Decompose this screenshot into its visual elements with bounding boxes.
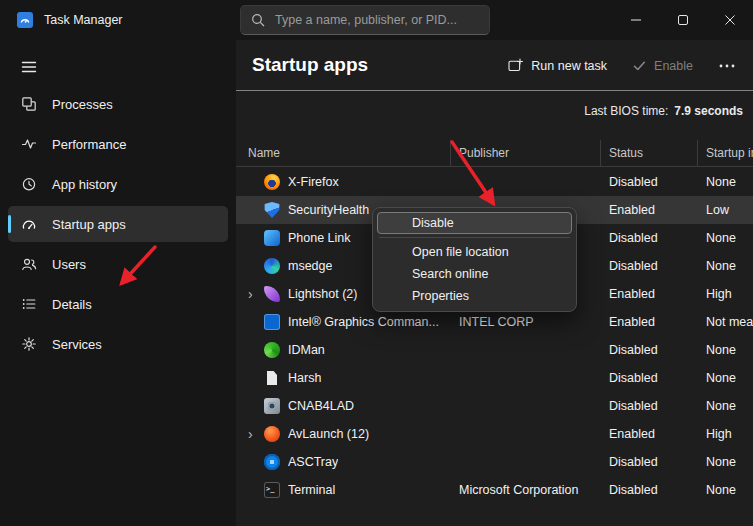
sidebar-item-label: App history [52, 177, 117, 192]
app-name: msedge [288, 259, 332, 273]
status-cell: Enabled [601, 427, 698, 441]
search-input[interactable] [273, 12, 479, 28]
column-header-status[interactable]: Status [601, 140, 698, 166]
impact-cell: Low [698, 203, 753, 217]
publisher-cell: INTEL CORP [451, 315, 601, 329]
edge-icon [264, 258, 280, 274]
status-cell: Disabled [601, 455, 698, 469]
phone-link-icon [264, 230, 280, 246]
app-name: X-Firefox [288, 175, 339, 189]
avlaunch-icon [264, 426, 280, 442]
sidebar-item-users[interactable]: Users [8, 246, 228, 282]
status-cell: Disabled [601, 483, 698, 497]
name-cell: IDMan [236, 342, 451, 358]
sidebar-item-details[interactable]: Details [8, 286, 228, 322]
name-cell: Harsh [236, 370, 451, 386]
menu-item-properties[interactable]: Properties [377, 285, 572, 307]
name-cell: ASCTray [236, 454, 451, 470]
bios-value: 7.9 seconds [674, 104, 743, 118]
minimize-button[interactable] [612, 0, 659, 40]
sidebar-item-label: Users [52, 257, 86, 272]
menu-item-disable[interactable]: Disable [377, 212, 572, 234]
startup-apps-icon [20, 215, 38, 233]
menu-separator [379, 237, 570, 238]
menu-item-open-file-location[interactable]: Open file location [377, 241, 572, 263]
table-row[interactable]: CNAB4LAD Disabled None [236, 392, 753, 420]
document-icon [264, 370, 280, 386]
close-button[interactable] [706, 0, 753, 40]
bios-label: Last BIOS time: [584, 104, 668, 118]
sidebar-item-label: Services [52, 337, 102, 352]
enable-button[interactable]: Enable [623, 53, 703, 79]
toolbar-divider [236, 90, 753, 91]
maximize-button[interactable] [659, 0, 706, 40]
name-cell: Intel® Graphics Comman... [236, 314, 451, 330]
table-row[interactable]: ASCTray Disabled None [236, 448, 753, 476]
publisher-cell: Microsoft Corporation [451, 483, 601, 497]
window-title: Task Manager [44, 13, 123, 27]
search-box[interactable] [240, 5, 490, 35]
check-icon [633, 60, 646, 72]
status-cell: Disabled [601, 343, 698, 357]
sidebar-nav: Processes Performance App history [0, 86, 236, 366]
column-header-startup-impact[interactable]: Startup impact [698, 140, 753, 166]
sidebar-item-app-history[interactable]: App history [8, 166, 228, 202]
run-new-task-label: Run new task [531, 59, 607, 73]
app-name: Phone Link [288, 231, 351, 245]
impact-cell: Not mea... [698, 315, 753, 329]
toolbar: Run new task Enable [498, 52, 745, 79]
sidebar-item-services[interactable]: Services [8, 326, 228, 362]
column-header-publisher[interactable]: Publisher [451, 140, 601, 166]
app-name: IDMan [288, 343, 325, 357]
impact-cell: None [698, 371, 753, 385]
status-cell: Enabled [601, 315, 698, 329]
status-cell: Disabled [601, 399, 698, 413]
status-cell: Disabled [601, 175, 698, 189]
column-header-name[interactable]: Name [236, 140, 451, 166]
name-cell: Terminal [236, 482, 451, 498]
impact-cell: None [698, 231, 753, 245]
app-name: AvLaunch (12) [288, 427, 369, 441]
cnab4lad-icon [264, 398, 280, 414]
app-name: Terminal [288, 483, 335, 497]
enable-label: Enable [654, 59, 693, 73]
app-name: ASCTray [288, 455, 338, 469]
hamburger-menu-icon[interactable] [12, 52, 46, 82]
run-new-task-icon [508, 58, 523, 73]
table-row[interactable]: Terminal Microsoft Corporation Disabled … [236, 476, 753, 504]
name-cell: AvLaunch (12) [236, 426, 451, 442]
sidebar-item-startup-apps[interactable]: Startup apps [8, 206, 228, 242]
run-new-task-button[interactable]: Run new task [498, 52, 617, 79]
performance-icon [20, 135, 38, 153]
titlebar-brand: Task Manager [0, 0, 236, 40]
impact-cell: None [698, 175, 753, 189]
name-cell: CNAB4LAD [236, 398, 451, 414]
task-manager-window: Task Manager [0, 0, 753, 526]
table-row[interactable]: IDMan Disabled None [236, 336, 753, 364]
impact-cell: None [698, 455, 753, 469]
firefox-icon [264, 174, 280, 190]
table-row[interactable]: AvLaunch (12) Enabled High [236, 420, 753, 448]
sidebar-item-processes[interactable]: Processes [8, 86, 228, 122]
sidebar-item-label: Processes [52, 97, 113, 112]
more-options-button[interactable] [709, 58, 745, 74]
last-bios-time: Last BIOS time: 7.9 seconds [584, 104, 743, 118]
expand-chevron-icon[interactable] [248, 427, 264, 441]
table-row[interactable]: Intel® Graphics Comman... INTEL CORP Ena… [236, 308, 753, 336]
idman-icon [264, 342, 280, 358]
expand-chevron-icon[interactable] [248, 287, 264, 301]
users-icon [20, 255, 38, 273]
sidebar-item-label: Startup apps [52, 217, 126, 232]
table-row[interactable]: X-Firefox Disabled None [236, 168, 753, 196]
lightshot-icon [264, 286, 280, 302]
app-name: SecurityHealth [288, 203, 369, 217]
impact-cell: High [698, 287, 753, 301]
table-row[interactable]: Harsh Disabled None [236, 364, 753, 392]
ellipsis-icon [719, 64, 735, 68]
sidebar-item-performance[interactable]: Performance [8, 126, 228, 162]
app-name: Lightshot (2) [288, 287, 357, 301]
asctray-icon [264, 454, 280, 470]
window-controls [612, 0, 753, 40]
impact-cell: None [698, 399, 753, 413]
menu-item-search-online[interactable]: Search online [377, 263, 572, 285]
